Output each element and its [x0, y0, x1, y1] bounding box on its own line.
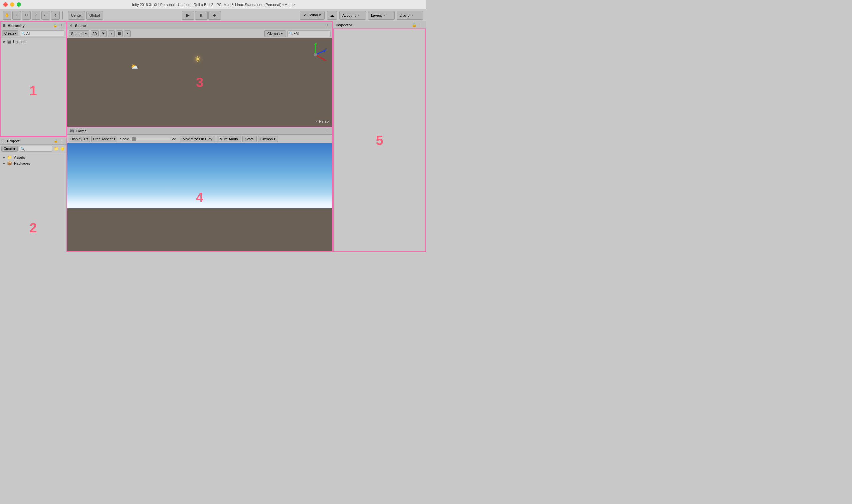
project-number-area: 2 [0, 204, 66, 252]
assets-arrow: ▶ [3, 156, 5, 159]
move-tool-button[interactable]: ✛ [12, 11, 21, 20]
project-actions: 🔒 ⋮ [53, 139, 64, 143]
play-icon: ▶ [186, 13, 190, 18]
game-menu-button[interactable]: ⋮ [325, 129, 330, 133]
project-search-icon: 🔍 [21, 147, 25, 151]
scale-label: Scale [120, 137, 129, 141]
effects-button[interactable]: ▦ [116, 30, 123, 37]
project-create-button[interactable]: Create ▾ [1, 146, 18, 152]
account-dropdown-arrow: ▾ [358, 14, 359, 17]
packages-arrow: ▶ [3, 162, 5, 165]
2d-button[interactable]: 2D [91, 30, 99, 37]
project-number-label: 2 [29, 220, 37, 235]
project-item-packages[interactable]: ▶ 📦 Packages [1, 160, 65, 166]
scene-cloud-icon: ⛅ [131, 63, 138, 70]
scene-header-actions: ⋮ [325, 24, 330, 27]
step-button[interactable]: ⏭ [209, 11, 221, 20]
scene-toolbar: Shaded ▾ 2D ☀ ♪ ▦ ▾ Gizmos ▾ 🔍 ▾All [67, 29, 332, 38]
hand-tool-button[interactable]: ✋ [3, 11, 11, 20]
main-layout: ☰ Hierarchy 🔒 ⋮ Create ▾ 🔍 All [0, 21, 426, 252]
stats-button[interactable]: Stats [242, 136, 257, 142]
center-button[interactable]: Center [68, 11, 85, 20]
scene-extra-button[interactable]: ▾ [124, 30, 131, 37]
inspector-header: Inspector 🔒 ⋮ [333, 21, 426, 29]
scene-header: ⚛ Scene ⋮ [67, 22, 332, 29]
hierarchy-menu-button[interactable]: ⋮ [59, 24, 64, 27]
layers-dropdown[interactable]: Layers ▾ [368, 11, 395, 20]
hierarchy-search[interactable]: 🔍 All [20, 30, 64, 36]
gizmos-button[interactable]: Gizmos ▾ [264, 30, 286, 37]
lighting-button[interactable]: ☀ [100, 30, 107, 37]
cloud-button[interactable]: ☁ [327, 11, 337, 20]
rotate-tool-button[interactable]: ↺ [22, 11, 31, 20]
project-create-arrow: ▾ [14, 147, 15, 151]
gizmo-widget: y x z [302, 41, 329, 68]
hierarchy-header: ☰ Hierarchy 🔒 ⋮ [1, 22, 66, 29]
scene-menu-button[interactable]: ⋮ [325, 24, 330, 27]
hierarchy-actions: 🔒 ⋮ [52, 24, 64, 27]
hierarchy-icon: ☰ [3, 24, 6, 27]
window-controls[interactable] [3, 2, 21, 7]
collab-button[interactable]: ✓ Collab ▾ [300, 11, 325, 20]
layers-dropdown-arrow: ▾ [384, 14, 385, 17]
game-canvas[interactable]: 4 [67, 143, 332, 251]
audio-button[interactable]: ♪ [108, 30, 115, 37]
project-star-button[interactable]: ⭐ [60, 146, 65, 151]
account-dropdown[interactable]: Account ▾ [339, 11, 366, 20]
window-title: Unity 2018.3.10f1 Personal - Untitled - … [130, 3, 295, 7]
minimize-button[interactable] [10, 2, 14, 7]
game-gizmos-button[interactable]: Gizmos ▾ [258, 136, 278, 142]
aspect-dropdown[interactable]: Free Aspect ▾ [91, 136, 117, 142]
project-menu-button[interactable]: ⋮ [60, 139, 64, 143]
center-panel: ⚛ Scene ⋮ Shaded ▾ 2D ☀ ♪ ▦ ▾ Giz [67, 21, 333, 252]
hierarchy-lock-button[interactable]: 🔒 [52, 24, 58, 27]
scale-slider[interactable] [130, 138, 170, 140]
transform-tools: ✋ ✛ ↺ ⤢ ▭ ⊹ [3, 11, 60, 20]
hierarchy-item-untitled[interactable]: ▶ 🎬 Untitled [2, 39, 64, 44]
inspector-menu-button[interactable]: ⋮ [419, 23, 423, 27]
project-item-assets[interactable]: ▶ 📁 Assets [1, 154, 65, 160]
scene-view: ⚛ Scene ⋮ Shaded ▾ 2D ☀ ♪ ▦ ▾ Giz [67, 21, 333, 127]
project-icon: ☰ [2, 139, 5, 143]
rect-tool-button[interactable]: ▭ [41, 11, 50, 20]
play-controls: ▶ ⏸ ⏭ [182, 11, 221, 20]
svg-text:x: x [325, 59, 327, 62]
shaded-dropdown[interactable]: Shaded ▾ [69, 30, 89, 37]
right-toolbar: ✓ Collab ▾ ☁ Account ▾ Layers ▾ 2 by 3 ▾ [300, 11, 423, 20]
mute-audio-button[interactable]: Mute Audio [217, 136, 241, 142]
maximize-on-play-button[interactable]: Maximize On Play [180, 136, 215, 142]
scale-tool-button[interactable]: ⤢ [32, 11, 40, 20]
game-toolbar: Display 1 ▾ Free Aspect ▾ Scale 2x Maxim… [67, 135, 332, 143]
play-button[interactable]: ▶ [182, 11, 194, 20]
global-button[interactable]: Global [86, 11, 103, 20]
expand-arrow: ▶ [3, 40, 6, 43]
project-content: ▶ 📁 Assets ▶ 📦 Packages [0, 153, 66, 204]
inspector-lock-icon[interactable]: 🔒 [412, 23, 417, 27]
project-lock-button[interactable]: 🔒 [53, 139, 58, 143]
transform-tool-button[interactable]: ⊹ [51, 11, 60, 20]
project-folder-button[interactable]: 📁 [54, 146, 59, 151]
hierarchy-title: Hierarchy [8, 24, 25, 28]
scale-value: 2x [172, 137, 176, 141]
persp-label: < Persp [316, 119, 329, 123]
cloud-icon: ☁ [330, 13, 334, 18]
scale-thumb [132, 137, 136, 141]
display-dropdown[interactable]: Display 1 ▾ [69, 136, 90, 142]
game-gizmos-arrow: ▾ [274, 137, 276, 141]
project-search[interactable]: 🔍 [19, 146, 52, 152]
scene-canvas[interactable]: ☀ ⛅ 3 y x [67, 38, 332, 127]
hierarchy-create-button[interactable]: Create ▾ [2, 30, 18, 36]
layout-dropdown[interactable]: 2 by 3 ▾ [397, 11, 423, 20]
maximize-button[interactable] [17, 2, 21, 7]
svg-text:y: y [316, 41, 318, 45]
close-button[interactable] [3, 2, 8, 7]
title-bar: Unity 2018.3.10f1 Personal - Untitled - … [0, 0, 426, 9]
scene-search[interactable]: 🔍 ▾All [287, 30, 331, 37]
project-header: ☰ Project 🔒 ⋮ [0, 137, 66, 145]
game-header-actions: ⋮ [325, 129, 330, 133]
display-arrow: ▾ [86, 137, 88, 141]
hierarchy-content: ▶ 🎬 Untitled [1, 38, 66, 45]
game-number-label: 4 [196, 190, 203, 205]
inspector-number-label: 5 [376, 133, 383, 148]
pause-button[interactable]: ⏸ [195, 11, 208, 20]
